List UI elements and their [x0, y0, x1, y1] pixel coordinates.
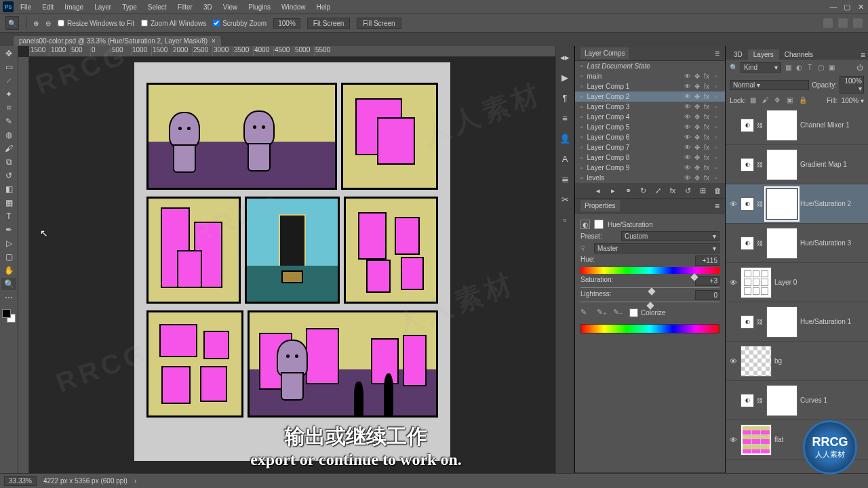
pen-tool[interactable]: ✒	[1, 224, 16, 236]
layer-comp-row[interactable]: ▫Layer Comp 2👁✥fx▫	[575, 92, 725, 102]
filter-pixel-icon[interactable]: ▦	[784, 63, 792, 71]
link-icon[interactable]: ⛓	[757, 122, 764, 129]
scissors-icon[interactable]: ✂	[559, 194, 570, 205]
layer-mask-thumb[interactable]	[766, 306, 797, 338]
visibility-toggle[interactable]: 👁	[728, 279, 738, 287]
wand-tool[interactable]: ✦	[1, 88, 16, 100]
position-icon[interactable]: ✥	[694, 155, 701, 161]
layer-comp-row[interactable]: ▫Layer Comp 7👁✥fx▫	[575, 142, 725, 152]
character-icon[interactable]: 👤	[559, 133, 570, 144]
position-icon[interactable]: ✥	[694, 144, 701, 151]
layer-comp-row[interactable]: ▫levels👁✥fx▫	[575, 173, 725, 183]
layer-mask-thumb[interactable]	[766, 228, 797, 259]
layer-thumb[interactable]	[741, 424, 772, 455]
path-tool[interactable]: ▷	[1, 237, 16, 249]
visibility-toggle[interactable]: 👁	[728, 357, 738, 365]
marquee-tool[interactable]: ▭	[1, 61, 16, 73]
window-close[interactable]: ✕	[856, 2, 865, 12]
zoom-out-icon[interactable]: ⊖	[45, 20, 51, 27]
position-icon[interactable]: ✥	[694, 73, 701, 80]
link-icon[interactable]: ⛓	[757, 201, 764, 207]
colorize-checkbox[interactable]: Colorize	[629, 308, 666, 317]
fx-icon[interactable]: fx	[703, 104, 710, 110]
type-tool[interactable]: T	[1, 210, 16, 222]
position-icon[interactable]: ✥	[694, 114, 701, 121]
lightness-slider[interactable]	[580, 302, 719, 302]
layer-comp-row[interactable]: ▫Layer Comp 8👁✥fx▫	[575, 152, 725, 163]
layer-row[interactable]: 👁Layer 0	[726, 263, 868, 302]
play-icon[interactable]: ▶	[559, 72, 570, 83]
layer-name[interactable]: Layer 0	[774, 279, 865, 286]
fx-icon[interactable]: fx	[703, 124, 710, 131]
layer-name[interactable]: Curves 1	[800, 396, 865, 404]
color-swatch[interactable]	[2, 309, 16, 323]
visibility-icon[interactable]: 👁	[684, 94, 691, 100]
visibility-icon[interactable]: 👁	[684, 73, 691, 80]
last-document-state[interactable]: ▫Last Document State	[575, 61, 725, 71]
fill-screen-button[interactable]: Fill Screen	[357, 18, 401, 29]
fx-icon[interactable]: fx	[703, 73, 710, 80]
menu-filter[interactable]: Filter	[174, 2, 197, 12]
comp-icon[interactable]: ▫	[713, 144, 719, 151]
layer-comp-row[interactable]: ▫Layer Comp 9👁✥fx▫	[575, 163, 725, 173]
menu-plugins[interactable]: Plugins	[244, 2, 275, 12]
canvas-area[interactable]: 1500100050005001000150020002500300035004…	[18, 46, 555, 473]
hue-input[interactable]	[695, 256, 719, 266]
layer-row[interactable]: ◐⛓Gradient Map 1	[726, 145, 868, 184]
layer-thumb[interactable]	[741, 267, 772, 298]
lc-update-fx-icon[interactable]: fx	[668, 186, 677, 195]
menu-image[interactable]: Image	[60, 2, 87, 12]
visibility-icon[interactable]: 👁	[684, 165, 691, 171]
zoom-in-icon[interactable]: ⊕	[33, 20, 39, 27]
position-icon[interactable]: ✥	[694, 83, 701, 90]
menu-view[interactable]: View	[219, 2, 242, 12]
lc-new-icon[interactable]: ⊞	[698, 186, 707, 195]
lc-next-icon[interactable]: ▸	[608, 186, 618, 195]
position-icon[interactable]: ✥	[694, 94, 701, 100]
layer-row[interactable]: ◐⛓Curves 1	[726, 381, 868, 420]
stamp-tool[interactable]: ⧉	[1, 156, 16, 168]
saturation-input[interactable]	[695, 276, 719, 286]
menu-help[interactable]: Help	[313, 2, 335, 12]
window-minimize[interactable]: —	[829, 2, 838, 12]
menu-file[interactable]: File	[16, 2, 35, 12]
gradient-tool[interactable]: ▦	[1, 197, 16, 209]
filter-kind-select[interactable]: Kind▾	[741, 62, 781, 73]
visibility-icon[interactable]: 👁	[684, 114, 691, 121]
text-a-icon[interactable]: A	[559, 153, 570, 164]
layer-comp-row[interactable]: ▫Layer Comp 3👁✥fx▫	[575, 102, 725, 112]
filter-shape-icon[interactable]: ▢	[816, 63, 825, 71]
tab-layers[interactable]: Layers	[748, 49, 779, 60]
link-icon[interactable]: ⛓	[757, 161, 764, 168]
layer-row[interactable]: ◐⛓Hue/Saturation 1	[726, 302, 868, 342]
visibility-icon[interactable]: 👁	[684, 83, 691, 90]
eyedropper-plus-icon[interactable]: ✎₊	[597, 308, 606, 317]
comp-icon[interactable]: ▫	[713, 175, 719, 182]
saturation-slider[interactable]	[580, 287, 719, 288]
layer-mask-thumb[interactable]	[766, 385, 797, 416]
status-zoom[interactable]: 33.33%	[4, 476, 37, 486]
visibility-toggle[interactable]: 👁	[728, 200, 738, 208]
workspace-icon[interactable]	[853, 18, 863, 28]
para-icon[interactable]: ¶	[559, 92, 570, 103]
filter-toggle-icon[interactable]: ⏻	[856, 63, 864, 71]
color-range-strip[interactable]	[580, 324, 719, 333]
comp-icon[interactable]: ▫	[713, 94, 719, 100]
layer-name[interactable]: Gradient Map 1	[800, 161, 865, 168]
resize-checkbox[interactable]: Resize Windows to Fit	[58, 20, 134, 27]
fx-icon[interactable]: fx	[703, 165, 710, 171]
document-tab[interactable]: panels00-color.psd @ 33.3% (Hue/Saturati…	[14, 36, 221, 46]
search-icon[interactable]: 🔍	[730, 64, 738, 71]
expand-icon[interactable]: ◂▸	[559, 52, 570, 62]
hand-tool[interactable]: ✋	[1, 264, 16, 277]
tab-channels[interactable]: Channels	[779, 49, 818, 60]
layer-comp-row[interactable]: ▫main👁✥fx▫	[575, 71, 725, 81]
menu-layer[interactable]: Layer	[90, 2, 115, 12]
layer-row[interactable]: ◐⛓Hue/Saturation 3	[726, 224, 868, 263]
layer-comp-row[interactable]: ▫Layer Comp 5👁✥fx▫	[575, 122, 725, 132]
fit-screen-button[interactable]: Fit Screen	[307, 18, 351, 29]
filter-smart-icon[interactable]: ▣	[827, 63, 835, 71]
scrubby-checkbox[interactable]: Scrubby Zoom	[213, 20, 267, 27]
fx-icon[interactable]: fx	[703, 144, 710, 151]
fx-icon[interactable]: fx	[703, 114, 710, 121]
